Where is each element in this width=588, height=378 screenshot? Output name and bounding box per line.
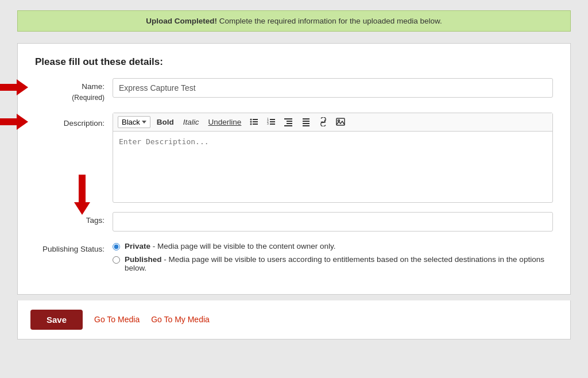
description-row: Description: Black Bold Italic Underline xyxy=(35,113,553,203)
color-select-button[interactable]: Black xyxy=(118,116,150,128)
upload-banner: Upload Completed! Complete the required … xyxy=(17,10,571,32)
ordered-list-button[interactable]: 123 xyxy=(265,116,278,128)
outdent-button[interactable] xyxy=(299,116,313,128)
private-desc: - Media page will be visible to the cont… xyxy=(150,242,335,250)
svg-rect-16 xyxy=(303,118,310,119)
indent-button[interactable] xyxy=(282,116,296,128)
tags-row: Tags: xyxy=(35,212,553,232)
svg-rect-8 xyxy=(270,124,275,125)
svg-rect-15 xyxy=(284,125,292,126)
radio-published-row: Published - Media page will be visible t… xyxy=(113,255,553,272)
svg-rect-13 xyxy=(287,121,292,122)
svg-rect-1 xyxy=(253,121,258,122)
published-label: Published xyxy=(125,255,162,264)
form-container: Please fill out these details: Name: (Re… xyxy=(17,43,571,295)
radio-private-label[interactable]: Private - Media page will be visible to … xyxy=(125,242,335,250)
publishing-row: Publishing Status: Private - Media page … xyxy=(35,241,553,272)
image-button[interactable] xyxy=(334,116,347,128)
save-button[interactable]: Save xyxy=(30,310,83,330)
radio-published-label[interactable]: Published - Media page will be visible t… xyxy=(125,255,553,272)
svg-rect-0 xyxy=(253,119,258,120)
svg-rect-2 xyxy=(253,124,258,125)
go-to-media-button[interactable]: Go To Media xyxy=(94,315,140,324)
unordered-list-button[interactable] xyxy=(247,116,261,128)
form-title: Please fill out these details: xyxy=(35,56,553,68)
description-block: Black Bold Italic Underline 123 xyxy=(113,113,553,203)
publishing-block: Private - Media page will be visible to … xyxy=(113,241,553,272)
svg-text:3: 3 xyxy=(267,122,269,125)
color-label: Black xyxy=(122,118,140,126)
radio-published[interactable] xyxy=(113,256,120,264)
svg-rect-6 xyxy=(270,119,275,120)
radio-private[interactable] xyxy=(113,243,120,250)
svg-rect-17 xyxy=(303,121,310,122)
svg-point-5 xyxy=(250,124,252,125)
name-label: Name: (Required) xyxy=(35,78,113,103)
footer-bar: Save Go To Media Go To My Media xyxy=(17,300,571,340)
description-label: Description: xyxy=(35,113,113,129)
svg-rect-19 xyxy=(303,125,310,126)
svg-rect-12 xyxy=(284,118,292,119)
link-button[interactable] xyxy=(316,116,330,128)
page-wrapper: Upload Completed! Complete the required … xyxy=(0,10,588,378)
radio-private-row: Private - Media page will be visible to … xyxy=(113,242,553,250)
arrow-down-tags xyxy=(74,175,90,217)
publishing-label: Publishing Status: xyxy=(35,241,113,255)
italic-button[interactable]: Italic xyxy=(180,117,202,128)
svg-rect-7 xyxy=(270,121,275,122)
bold-button[interactable]: Bold xyxy=(154,117,177,128)
underline-button[interactable]: Underline xyxy=(206,117,245,128)
svg-rect-14 xyxy=(287,123,292,124)
arrow-right-name xyxy=(0,79,28,97)
chevron-down-icon xyxy=(142,121,146,124)
name-input[interactable] xyxy=(113,78,553,98)
svg-point-3 xyxy=(250,119,252,121)
description-textarea[interactable] xyxy=(113,132,552,200)
go-to-my-media-button[interactable]: Go To My Media xyxy=(151,315,210,324)
description-toolbar: Black Bold Italic Underline 123 xyxy=(113,113,552,132)
banner-text: Complete the required information for th… xyxy=(217,17,442,25)
private-label: Private xyxy=(125,242,150,250)
name-row: Name: (Required) xyxy=(35,78,553,103)
arrow-right-description xyxy=(0,114,28,132)
tags-input[interactable] xyxy=(113,212,553,232)
published-desc: - Media page will be visible to users ac… xyxy=(125,255,544,272)
svg-rect-18 xyxy=(303,123,310,124)
banner-bold-text: Upload Completed! xyxy=(146,17,217,25)
svg-rect-20 xyxy=(336,118,345,125)
svg-point-4 xyxy=(250,121,252,123)
